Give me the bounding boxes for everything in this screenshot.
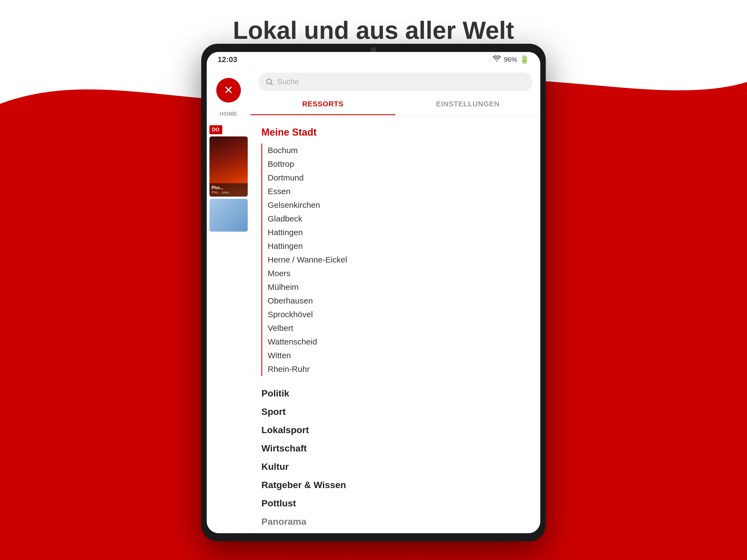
list-item[interactable]: Rhein-Ruhr: [268, 362, 530, 376]
list-item[interactable]: Sprockhövel: [268, 308, 530, 321]
city-list: Bochum Bottrop Dortmund Essen Gelsenkirc…: [261, 144, 530, 376]
menu-item-pottlust[interactable]: Pottlust: [261, 494, 530, 512]
list-item[interactable]: Mülheim: [268, 280, 530, 294]
close-button[interactable]: ✕: [216, 78, 241, 103]
app-area: ✕ HOME DO Pho... Pho... eine...: [207, 67, 540, 533]
search-container: Suche: [251, 67, 540, 94]
menu-item-ratgeber[interactable]: Ratgeber & Wissen: [261, 476, 530, 494]
camera: [371, 47, 376, 52]
dortmund-badge: DO: [209, 125, 222, 134]
status-icons: 96% 🔋: [492, 55, 530, 64]
list-item[interactable]: Witten: [268, 349, 530, 362]
tab-ressorts[interactable]: RESSORTS: [251, 94, 395, 115]
menu-item-sport[interactable]: Sport: [261, 403, 530, 421]
svg-point-0: [266, 79, 272, 84]
tablet-frame: 12:03 96% 🔋 ✕: [201, 44, 546, 541]
status-bar: 12:03 96% 🔋: [207, 52, 540, 67]
search-placeholder: Suche: [277, 77, 299, 86]
news-card-title: Pho...: [212, 185, 246, 190]
search-icon: [265, 78, 274, 86]
content-list: Meine Stadt Bochum Bottrop Dortmund Esse…: [251, 116, 540, 533]
search-bar[interactable]: Suche: [259, 73, 532, 91]
list-item[interactable]: Bottrop: [268, 157, 530, 171]
list-item[interactable]: Herne / Wanne-Eickel: [268, 253, 530, 266]
wifi-icon: [492, 55, 501, 64]
menu-item-wirtschaft[interactable]: Wirtschaft: [261, 439, 530, 457]
news-preview: DO Pho... Pho... eine...: [209, 125, 248, 232]
meine-stadt-title: Meine Stadt: [261, 127, 530, 138]
tab-einstellungen[interactable]: EINSTELLUNGEN: [395, 94, 540, 115]
list-item[interactable]: Gelsenkirchen: [268, 198, 530, 212]
tablet-screen: 12:03 96% 🔋 ✕: [207, 52, 540, 533]
menu-item-lokalsport[interactable]: Lokalsport: [261, 421, 530, 439]
battery-text: 96%: [504, 56, 517, 63]
close-icon: ✕: [224, 84, 233, 96]
news-card-overlay: Pho... Pho... eine...: [209, 183, 248, 197]
home-nav-label[interactable]: HOME: [220, 111, 237, 117]
list-item[interactable]: Wattenscheid: [268, 335, 530, 349]
list-item[interactable]: Oberhausen: [268, 294, 530, 308]
list-item[interactable]: Hattingen: [268, 239, 530, 253]
page-title: Lokal und aus aller Welt: [0, 17, 747, 45]
left-nav: ✕ HOME DO Pho... Pho... eine...: [207, 67, 251, 533]
news-image-card-2: [209, 199, 248, 232]
menu-item-panorama[interactable]: Panorama: [261, 512, 530, 531]
list-item[interactable]: Gladbeck: [268, 212, 530, 226]
drawer-tabs: RESSORTS EINSTELLUNGEN: [251, 94, 540, 116]
list-item[interactable]: Moers: [268, 266, 530, 280]
menu-item-politik[interactable]: Politik: [261, 384, 530, 403]
list-item[interactable]: Dortmund: [268, 171, 530, 184]
list-item[interactable]: Bochum: [268, 144, 530, 157]
list-item[interactable]: Essen: [268, 184, 530, 198]
list-item[interactable]: Velbert: [268, 321, 530, 335]
status-time: 12:03: [217, 55, 237, 64]
news-card-subtitle: Pho... eine...: [212, 190, 246, 195]
menu-item-kultur[interactable]: Kultur: [261, 457, 530, 476]
news-image-card: Pho... Pho... eine...: [209, 136, 248, 197]
drawer-panel: Suche RESSORTS EINSTELLUNGEN Meine Stadt…: [251, 67, 540, 533]
svg-line-1: [271, 83, 273, 85]
list-item[interactable]: Hattingen: [268, 226, 530, 239]
battery-icon: 🔋: [520, 55, 530, 64]
